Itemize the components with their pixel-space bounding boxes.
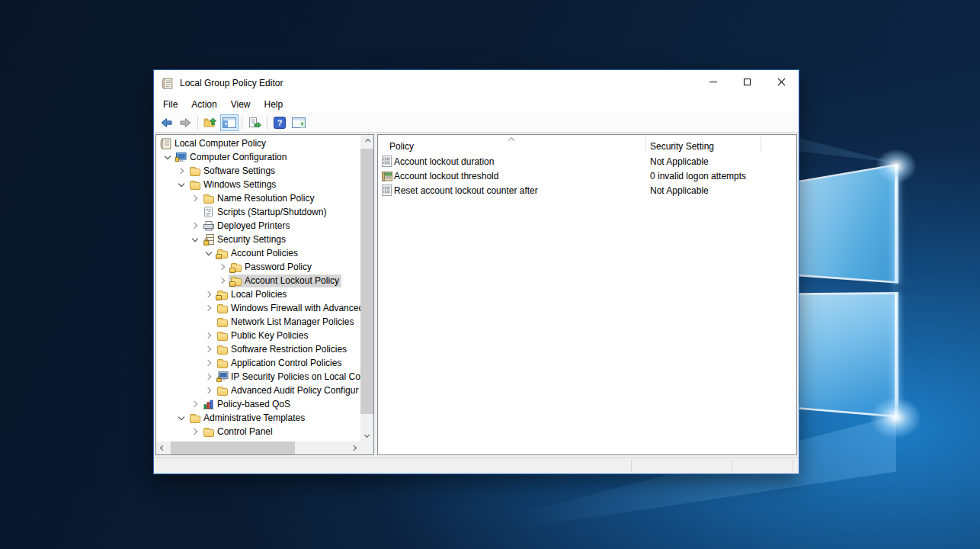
- policy-name: Account lockout duration: [394, 156, 494, 167]
- close-button[interactable]: [764, 70, 799, 93]
- chevron-collapsed-icon[interactable]: [216, 261, 229, 273]
- column-separator[interactable]: [645, 137, 646, 152]
- tree-item-label: Deployed Printers: [215, 220, 290, 231]
- chevron-collapsed-icon[interactable]: [203, 288, 215, 300]
- tree-vertical-scrollbar[interactable]: [360, 135, 373, 441]
- tree-item-label: Account Lockout Policy: [242, 275, 339, 286]
- action-pane-icon: [292, 117, 306, 128]
- folder-icon: [188, 165, 201, 177]
- tree-item-security-settings[interactable]: Security Settings: [156, 233, 360, 246]
- chevron-expanded-icon[interactable]: [175, 178, 187, 191]
- menu-help[interactable]: Help: [258, 98, 290, 111]
- list-row-account-lockout-duration[interactable]: Account lockout duration Not Applicable: [378, 154, 796, 169]
- toolbar-separator: [267, 116, 267, 130]
- tree-item-policy-based-qos[interactable]: Policy-based QoS: [156, 397, 360, 411]
- minimize-button[interactable]: [696, 70, 730, 93]
- chevron-expanded-icon[interactable]: [203, 247, 215, 259]
- minimize-icon: [709, 82, 717, 82]
- tree-item-software-restriction-policies[interactable]: Software Restriction Policies: [156, 342, 360, 356]
- chevron-collapsed-icon[interactable]: [175, 165, 187, 177]
- folder-icon: [216, 357, 229, 369]
- chevron-collapsed-icon[interactable]: [203, 384, 215, 396]
- folder-icon: [216, 329, 229, 342]
- tree-item-label: Public Key Policies: [229, 330, 308, 341]
- chevron-collapsed-icon[interactable]: [203, 371, 215, 383]
- column-header-policy[interactable]: Policy: [389, 136, 414, 153]
- chevron-collapsed-icon[interactable]: [203, 357, 215, 369]
- scroll-down-button[interactable]: [360, 429, 373, 441]
- list-row-reset-account-lockout-counter[interactable]: Reset account lockout counter after Not …: [378, 183, 796, 197]
- sort-ascending-icon: [508, 137, 514, 143]
- chevron-expanded-icon[interactable]: [162, 151, 174, 163]
- show-console-tree-button[interactable]: [220, 114, 239, 131]
- tree-item-password-policy[interactable]: Password Policy: [156, 260, 360, 274]
- tree-item-network-list-manager-policies[interactable]: Network List Manager Policies: [156, 315, 360, 329]
- tree-item-account-lockout-policy[interactable]: Account Lockout Policy: [156, 274, 360, 287]
- policy-document-icon: [382, 156, 392, 167]
- menu-view[interactable]: View: [224, 98, 258, 111]
- printer-icon: [202, 220, 215, 232]
- tree-item-deployed-printers[interactable]: Deployed Printers: [156, 219, 360, 233]
- chevron-expanded-icon[interactable]: [175, 412, 187, 424]
- folder-icon: [188, 412, 201, 424]
- tree-scroll-area: Local Computer Policy Computer Configura…: [156, 136, 360, 441]
- tree-item-scripts-startup-shutdown[interactable]: Scripts (Startup/Shutdown): [156, 205, 360, 219]
- folder-icon: [216, 302, 229, 314]
- console-content: Local Computer Policy Computer Configura…: [154, 133, 799, 458]
- policy-defined-icon: [382, 171, 392, 181]
- tree-item-administrative-templates[interactable]: Administrative Templates: [156, 411, 360, 425]
- policy-name: Reset account lockout counter after: [394, 185, 538, 196]
- scroll-left-button[interactable]: [156, 441, 169, 454]
- forward-button[interactable]: [176, 114, 194, 131]
- help-button[interactable]: ?: [271, 114, 289, 131]
- column-separator[interactable]: [761, 137, 761, 152]
- list-rows: Account lockout duration Not Applicable …: [378, 154, 796, 454]
- tree-item-application-control-policies[interactable]: Application Control Policies: [156, 356, 360, 370]
- policy-name: Account lockout threshold: [394, 171, 498, 181]
- tree-item-local-computer-policy[interactable]: Local Computer Policy: [156, 136, 360, 150]
- scroll-right-button[interactable]: [347, 441, 360, 454]
- gpedit-window: Local Group Policy Editor File Action Vi…: [153, 69, 799, 474]
- list-row-account-lockout-threshold[interactable]: Account lockout threshold 0 invalid logo…: [378, 169, 796, 183]
- chevron-collapsed-icon[interactable]: [203, 302, 215, 314]
- help-icon: ?: [274, 117, 286, 129]
- tree-horizontal-scrollbar[interactable]: [156, 441, 360, 454]
- up-one-level-button[interactable]: [201, 114, 219, 131]
- show-action-pane-button[interactable]: [290, 114, 308, 131]
- tree-item-software-settings[interactable]: Software Settings: [156, 164, 360, 178]
- folder-lock-icon: [216, 247, 229, 259]
- tree-item-windows-firewall-advanced[interactable]: Windows Firewall with Advanced: [156, 301, 360, 315]
- vertical-scrollbar-thumb[interactable]: [360, 149, 373, 414]
- title-bar: Local Group Policy Editor: [154, 70, 799, 96]
- export-list-button[interactable]: [245, 114, 264, 131]
- chevron-collapsed-icon[interactable]: [203, 343, 215, 355]
- tree-item-advanced-audit-policy-configuration[interactable]: Advanced Audit Policy Configur: [156, 384, 360, 397]
- maximize-button[interactable]: [730, 70, 764, 93]
- menu-action[interactable]: Action: [184, 98, 223, 111]
- chevron-collapsed-icon[interactable]: [189, 192, 201, 204]
- tree-item-account-policies[interactable]: Account Policies: [156, 246, 360, 260]
- toolbar: ?: [154, 113, 799, 133]
- tree-item-label: Advanced Audit Policy Configur: [229, 385, 358, 396]
- tree-item-public-key-policies[interactable]: Public Key Policies: [156, 329, 360, 342]
- chevron-collapsed-icon[interactable]: [189, 220, 201, 232]
- chevron-collapsed-icon[interactable]: [216, 274, 229, 287]
- scroll-up-button[interactable]: [360, 135, 373, 148]
- back-button[interactable]: [157, 114, 175, 131]
- tree-item-local-policies[interactable]: Local Policies: [156, 287, 360, 301]
- tree-item-label: IP Security Policies on Local Con: [229, 371, 360, 382]
- chevron-collapsed-icon[interactable]: [203, 329, 215, 342]
- tree-item-control-panel[interactable]: Control Panel: [156, 425, 360, 438]
- menu-file[interactable]: File: [156, 98, 184, 111]
- chevron-collapsed-icon[interactable]: [189, 425, 201, 438]
- horizontal-scrollbar-thumb[interactable]: [171, 441, 295, 454]
- tree-item-name-resolution-policy[interactable]: Name Resolution Policy: [156, 191, 360, 205]
- folder-icon: [216, 384, 229, 396]
- tree-item-computer-configuration[interactable]: Computer Configuration: [156, 150, 360, 164]
- chevron-collapsed-icon[interactable]: [189, 398, 201, 410]
- column-header-security-setting[interactable]: Security Setting: [650, 136, 714, 153]
- folder-lock-icon: [229, 274, 242, 287]
- tree-item-ip-security-policies[interactable]: IP Security Policies on Local Con: [156, 370, 360, 384]
- tree-item-windows-settings[interactable]: Windows Settings: [156, 178, 360, 191]
- chevron-expanded-icon[interactable]: [189, 233, 201, 246]
